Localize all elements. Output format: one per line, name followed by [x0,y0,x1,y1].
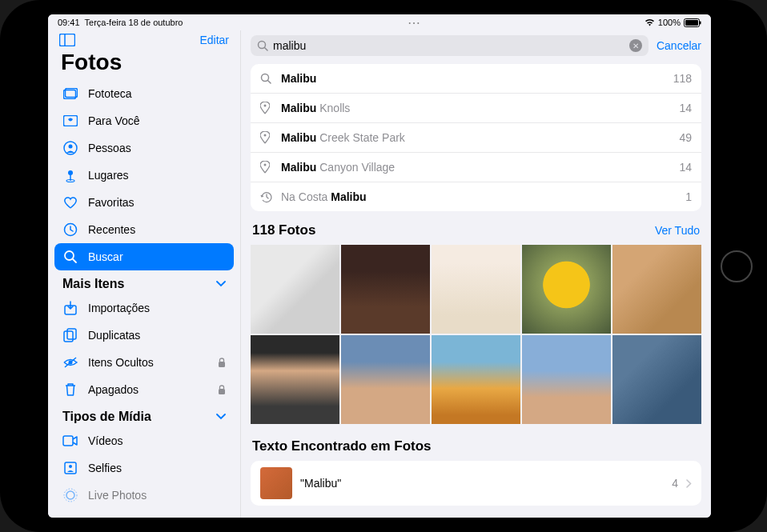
svg-rect-17 [64,331,73,342]
photo-thumbnail[interactable] [522,335,611,424]
section-mais-itens[interactable]: Mais Itens [54,270,234,294]
svg-rect-1 [685,20,698,26]
people-icon [62,140,78,156]
sidebar-item-apagados[interactable]: Apagados [54,376,234,403]
sidebar-label: Duplicatas [88,329,140,342]
photo-thumbnail[interactable] [522,245,611,334]
chevron-right-icon [686,479,692,488]
svg-point-25 [69,465,72,468]
svg-rect-23 [63,436,73,446]
photo-thumbnail[interactable] [432,335,520,424]
suggestion-row[interactable]: Malibu Canyon Village 14 [251,153,701,182]
home-button[interactable] [721,250,753,282]
sidebar-item-importacoes[interactable]: Importações [54,294,234,322]
cancel-button[interactable]: Cancelar [657,39,701,52]
sidebar-label: Lugares [88,169,129,182]
pin-icon [260,131,273,144]
toggle-sidebar-button[interactable] [59,34,75,46]
battery-percent: 100% [658,18,681,27]
sidebar-item-duplicatas[interactable]: Duplicatas [54,322,234,349]
live-icon [62,487,78,503]
places-icon [62,167,78,183]
sidebar-item-para-voce[interactable]: Para Você [54,107,234,134]
suggestion-count: 14 [679,102,692,114]
photo-thumbnail[interactable] [341,245,430,334]
sidebar-item-live-photos[interactable]: Live Photos [54,482,234,509]
svg-rect-18 [67,329,76,339]
see-all-button[interactable]: Ver Tudo [655,224,700,237]
lock-icon [218,385,226,395]
suggestion-row[interactable]: Malibu 118 [251,64,701,94]
search-icon [260,73,273,84]
sidebar-item-pessoas[interactable]: Pessoas [54,134,234,162]
photo-thumbnail[interactable] [341,335,430,424]
suggestion-count: 118 [673,72,692,85]
sidebar-label: Pessoas [88,142,131,154]
sidebar-item-selfies[interactable]: Selfies [54,454,234,482]
photo-thumbnail[interactable] [432,245,520,334]
svg-line-29 [265,48,268,51]
status-bar: 09:41 Terça-feira 18 de outubro ⋯ 100% [48,14,711,30]
text-found-label: "Malibu" [300,477,664,490]
photo-thumbnail[interactable] [251,245,339,334]
edit-button[interactable]: Editar [199,34,229,46]
photo-thumbnail[interactable] [612,335,701,424]
text-found-result[interactable]: "Malibu" 4 [251,461,701,506]
app-title: Fotos [54,48,234,80]
svg-rect-22 [219,389,225,394]
heart-icon [62,194,78,210]
suggestion-row[interactable]: Malibu Knolls 14 [251,94,701,123]
svg-rect-3 [60,34,75,46]
svg-rect-21 [219,362,225,367]
sidebar-label: Fototeca [88,87,131,100]
foryou-icon [62,113,78,129]
search-icon [62,249,78,265]
sidebar-label: Vídeos [88,434,123,447]
photo-grid [251,245,701,424]
svg-point-9 [69,145,73,149]
search-field[interactable]: ✕ [251,35,649,56]
sidebar-item-lugares[interactable]: Lugares [54,162,234,189]
sidebar-item-recentes[interactable]: Recentes [54,216,234,243]
text-found-title: Texto Encontrado em Fotos [251,424,701,461]
lock-icon [218,358,226,368]
suggestion-row[interactable]: Malibu Creek State Park 49 [251,123,701,153]
search-input[interactable] [273,39,624,52]
sidebar-label: Selfies [88,462,122,474]
text-found-count: 4 [672,477,678,490]
import-icon [62,300,78,316]
suggestion-row[interactable]: Na Costa Malibu 1 [251,182,701,211]
svg-point-26 [66,491,74,499]
sidebar-item-fototeca[interactable]: Fototeca [54,80,234,107]
sidebar-item-itens-ocultos[interactable]: Itens Ocultos [54,349,234,376]
sidebar-label: Buscar [88,250,123,263]
svg-point-33 [264,134,267,137]
section-tipos-midia[interactable]: Tipos de Mídia [54,403,234,427]
suggestion-count: 1 [685,190,692,203]
status-time: 09:41 [58,18,80,27]
library-icon [62,86,78,102]
content-area: ✕ Cancelar Malibu 118 Malibu Knolls 14 [240,30,711,518]
wifi-icon [645,18,655,26]
search-icon [257,40,268,51]
sidebar-label: Apagados [88,383,139,396]
sidebar-item-favoritas[interactable]: Favoritas [54,189,234,216]
video-icon [62,433,78,449]
sidebar-item-videos[interactable]: Vídeos [54,427,234,454]
sidebar-label: Para Você [88,114,140,127]
sidebar-item-buscar[interactable]: Buscar [54,243,234,270]
photos-count-label: 118 Fotos [252,222,315,238]
selfie-icon [62,460,78,476]
svg-line-31 [268,81,271,84]
chevron-down-icon [216,281,226,287]
suggestion-count: 49 [679,131,692,144]
sidebar-label: Importações [88,302,150,314]
clear-search-button[interactable]: ✕ [629,39,642,52]
history-icon [260,190,273,203]
pin-icon [260,102,273,114]
chevron-down-icon [216,414,226,420]
photo-thumbnail[interactable] [251,335,339,424]
clock-icon [62,222,78,238]
text-found-thumbnail [260,467,292,499]
photo-thumbnail[interactable] [612,245,701,334]
